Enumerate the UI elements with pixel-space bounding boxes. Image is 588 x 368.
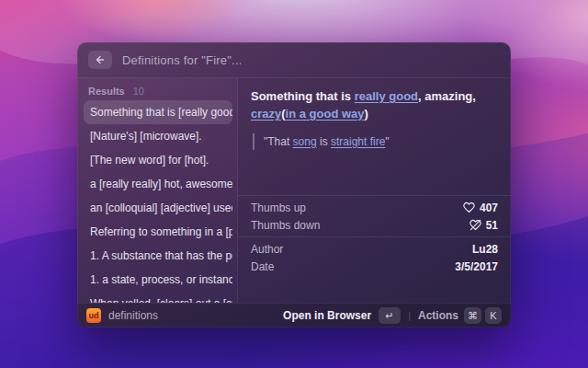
command-label: definitions	[108, 309, 158, 322]
titlebar: Definitions for "Fire"...	[77, 42, 511, 78]
back-button[interactable]	[88, 51, 112, 69]
list-item[interactable]: a [really really] hot, awesome or ama...	[84, 172, 232, 196]
text-segment: , amazing,	[418, 89, 476, 103]
stat-text: 407	[480, 201, 498, 214]
raycast-window: Definitions for "Fire"... Results 10 Som…	[77, 42, 511, 328]
list-item[interactable]: 1. A substance that has the power t...	[84, 244, 232, 268]
list-item[interactable]: [Nature's] [microwave].	[84, 124, 232, 148]
text-segment: is	[317, 135, 331, 148]
key-badge: K	[485, 307, 502, 324]
meta-value: Lu28	[472, 243, 498, 256]
list-item[interactable]: 1. a state, process, or instance of [co.…	[84, 268, 232, 292]
meta-label: Date	[251, 260, 274, 273]
enter-key-badge: ↵	[379, 307, 401, 324]
meta-section: AuthorLu28Date3/5/2017	[251, 240, 498, 275]
text-segment: "That	[264, 135, 293, 148]
results-panel: Results 10 Something that is [really goo…	[77, 78, 238, 303]
inline-link[interactable]: straight fire	[331, 135, 385, 148]
list-item[interactable]: an [colloquial] [adjective] used to de..…	[84, 196, 232, 220]
meta-row: Date3/5/2017	[251, 258, 498, 275]
example-quote: "That song is straight fire"	[253, 133, 498, 150]
results-label: Results	[88, 86, 125, 97]
open-in-browser-label: Open in Browser	[283, 309, 371, 322]
inline-link[interactable]: song	[293, 135, 317, 148]
divider	[238, 236, 511, 237]
list-item[interactable]: Something that is [really good], ama...	[84, 100, 232, 124]
meta-text: 3/5/2017	[455, 260, 498, 273]
stats-section: Thumbs up407Thumbs down51	[251, 199, 498, 234]
list-item[interactable]: When yelled, [clears] out a [crowded	[84, 292, 232, 303]
heart-icon	[463, 201, 475, 213]
text-segment: Something that is	[251, 89, 355, 103]
meta-row: AuthorLu28	[251, 240, 498, 258]
open-in-browser-button[interactable]: Open in Browser ↵	[283, 307, 401, 324]
actions-button[interactable]: Actions ⌘K	[418, 307, 502, 324]
divider	[238, 195, 511, 196]
arrow-left-icon	[95, 54, 106, 65]
results-count: 10	[133, 86, 144, 97]
stat-label: Thumbs up	[251, 201, 306, 214]
inline-link[interactable]: in a good way	[286, 107, 365, 121]
list-item[interactable]: Referring to something in a [positive...	[84, 220, 232, 244]
text-segment: "	[385, 135, 389, 148]
action-bar: ud definitions Open in Browser ↵ | Actio…	[77, 303, 511, 328]
meta-text: Lu28	[472, 243, 498, 256]
stat-value: 407	[463, 201, 498, 214]
stat-text: 51	[486, 219, 498, 232]
footer-actions: Open in Browser ↵ | Actions ⌘K	[283, 307, 502, 324]
stat-row: Thumbs up407	[251, 199, 498, 216]
heart-slash-icon	[469, 219, 481, 231]
urban-dictionary-icon: ud	[86, 308, 101, 323]
stat-row: Thumbs down51	[251, 216, 498, 234]
detail-panel: Something that is really good, amazing, …	[238, 78, 511, 303]
page-title: Definitions for "Fire"...	[122, 53, 243, 67]
shortcut-keys: ⌘K	[464, 307, 502, 324]
content-area: Results 10 Something that is [really goo…	[77, 78, 511, 303]
inline-link[interactable]: really good	[355, 89, 418, 103]
text-segment: )	[365, 107, 368, 121]
footer-separator: |	[408, 310, 411, 321]
results-list: Something that is [really good], ama...[…	[84, 100, 232, 303]
meta-label: Author	[251, 243, 283, 256]
stat-label: Thumbs down	[251, 219, 320, 232]
inline-link[interactable]: crazy	[251, 107, 281, 121]
results-header: Results 10	[84, 80, 232, 100]
key-badge: ⌘	[464, 307, 481, 324]
definition-text: Something that is really good, amazing, …	[251, 88, 498, 123]
stat-value: 51	[469, 219, 498, 232]
list-item[interactable]: [The new word] for [hot].	[84, 148, 232, 172]
actions-label: Actions	[418, 309, 458, 322]
detail-spacer	[251, 150, 498, 192]
meta-value: 3/5/2017	[455, 260, 498, 273]
